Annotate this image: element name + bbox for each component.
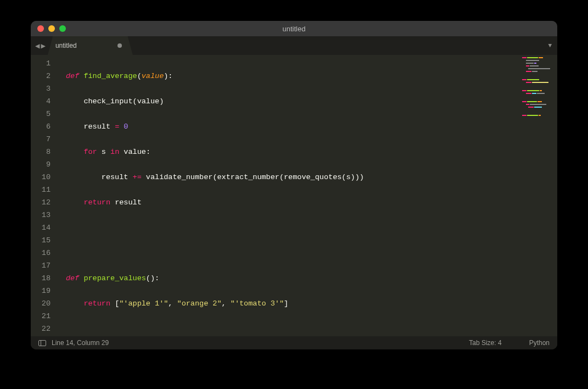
line-number: 20 [31,297,58,310]
nav-arrows: ◀ ▶ [31,41,50,51]
status-bar: Line 14, Column 29 Tab Size: 4 Python [31,336,557,349]
line-number: 7 [31,133,58,146]
chevron-down-icon[interactable]: ▼ [548,42,552,49]
code-line[interactable]: check_input(value) [58,95,519,108]
syntax-language[interactable]: Python [529,339,550,347]
line-number: 1 [31,57,58,70]
line-number: 12 [31,196,58,209]
line-number: 2 [31,70,58,82]
code-line[interactable] [58,221,519,234]
line-number: 14 [31,221,58,234]
line-number: 22 [31,323,58,335]
code-line[interactable]: def find_average(value): [58,70,519,82]
line-number: 18 [31,272,58,285]
code-area[interactable]: def find_average(value): check_input(val… [58,55,519,336]
tab-bar: ◀ ▶ untitled ▼ [31,36,557,55]
line-number: 8 [31,146,58,158]
gutter: 1 2 3 4 5 6 7 8 9 10 11 12 13 14 15 16 1… [31,55,58,336]
editor[interactable]: 1 2 3 4 5 6 7 8 9 10 11 12 13 14 15 16 1… [31,55,557,336]
dirty-indicator-icon [117,43,122,48]
zoom-icon[interactable] [59,25,66,32]
code-line[interactable]: return result [58,196,519,209]
editor-window: untitled ◀ ▶ untitled ▼ 1 2 3 4 5 6 7 8 … [31,21,557,349]
close-icon[interactable] [37,25,44,32]
cursor-position[interactable]: Line 14, Column 29 [52,339,109,347]
line-number: 19 [31,285,58,297]
nav-forward-icon[interactable]: ▶ [41,41,45,51]
nav-back-icon[interactable]: ◀ [35,41,40,51]
line-number: 3 [31,82,58,95]
code-line[interactable]: result += validate_number(extract_number… [58,171,519,184]
line-number: 13 [31,209,58,221]
line-number: 10 [31,171,58,184]
minimize-icon[interactable] [48,25,55,32]
code-line[interactable]: def prepare_values(): [58,272,519,285]
minimap[interactable] [519,55,557,336]
tab-size[interactable]: Tab Size: 4 [469,339,501,347]
code-line[interactable]: for s in value: [58,146,519,158]
code-line[interactable]: result = 0 [58,120,519,133]
line-number: 4 [31,95,58,108]
line-number: 16 [31,247,58,259]
panel-icon[interactable] [38,340,46,346]
line-number: 15 [31,234,58,247]
line-number: 17 [31,259,58,272]
window-title: untitled [31,25,557,33]
titlebar: untitled [31,21,557,36]
tab-label: untitled [55,42,77,49]
code-line[interactable] [58,247,519,259]
code-line[interactable] [58,323,519,335]
line-number: 5 [31,108,58,120]
code-line[interactable]: return ["'apple 1'", "orange 2", "'tomat… [58,297,519,310]
line-number: 9 [31,158,58,171]
traffic-lights [37,25,66,32]
line-number: 6 [31,120,58,133]
line-number: 21 [31,310,58,323]
tab-untitled[interactable]: untitled [48,36,133,55]
line-number: 11 [31,184,58,196]
